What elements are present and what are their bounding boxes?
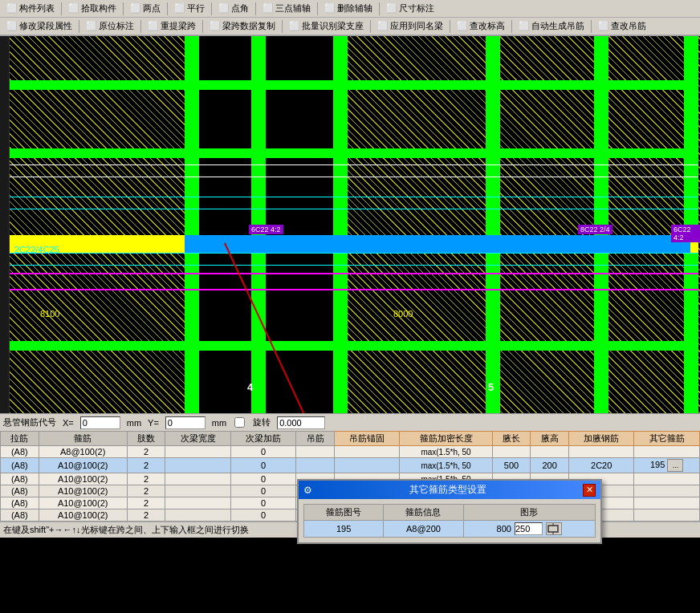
- cell-yichangdu-1[interactable]: [492, 446, 531, 458]
- cell-qita-4[interactable]: [634, 485, 700, 497]
- dialog-col-num: 箍筋图号: [304, 505, 384, 521]
- cad-dim-8000: 8000: [393, 309, 413, 319]
- cell-ciliang-jajin-4[interactable]: 0: [230, 485, 295, 497]
- cell-gujin-2[interactable]: A10@100(2): [39, 458, 127, 473]
- status-bar: 悬管钢筋代号 X= mm Y= mm 旋转: [0, 413, 700, 431]
- sep7: [379, 2, 380, 15]
- cell-qita-1[interactable]: [634, 446, 700, 458]
- toolbar-btn-pick-component[interactable]: ⬜ 拾取构件: [65, 2, 120, 15]
- toolbar-btn-delete-axis[interactable]: ⬜ 删除辅轴: [321, 2, 376, 15]
- batch-icon: ⬜: [289, 21, 300, 31]
- original-mark-icon: ⬜: [86, 21, 97, 31]
- two-points-icon: ⬜: [130, 3, 141, 14]
- graph-value-800: 800: [497, 524, 511, 534]
- cyan-line-4: [10, 265, 698, 266]
- cell-ciliang-width-1[interactable]: [165, 446, 230, 458]
- toolbar-btn-parallel[interactable]: ⬜ 平行: [171, 2, 208, 15]
- cell-ciliang-jajin-5[interactable]: 0: [230, 497, 295, 509]
- cell-gujin-1[interactable]: A8@100(2): [39, 446, 127, 458]
- sep10: [202, 20, 203, 33]
- y-input[interactable]: [165, 416, 206, 429]
- cell-ciliang-width-4[interactable]: [165, 485, 230, 497]
- cad-drawing-area[interactable]: 6C22 4:2 8C22 2/4 6C22 4:2 2C22/4C25 810…: [0, 36, 700, 413]
- toolbar-btn-check-hanger[interactable]: ⬜ 查改吊筋: [595, 19, 649, 33]
- dialog-cell-num-1[interactable]: 195: [304, 521, 384, 538]
- green-col-3: [333, 36, 348, 413]
- cell-lalian-4[interactable]: (A8): [1, 485, 39, 497]
- data-table-area: 拉筋 箍筋 肢数 次梁宽度 次梁加筋 吊筋 吊筋锚固 箍筋加密长度 腋长 腋高 …: [0, 431, 700, 522]
- green-beam-top-1: [10, 80, 698, 90]
- component-list-icon: ⬜: [6, 3, 18, 14]
- cell-ciliang-width-5[interactable]: [165, 497, 230, 509]
- cell-maogou-2[interactable]: [334, 458, 399, 473]
- cell-ciliang-jajin-6[interactable]: 0: [230, 509, 295, 522]
- toolbar-btn-re-extract-span[interactable]: ⬜ 重提梁跨: [144, 19, 199, 33]
- cell-qita-3[interactable]: [634, 473, 700, 485]
- cell-ciliang-width-2[interactable]: [165, 458, 230, 473]
- table-row[interactable]: (A8) A10@100(2) 2 0 max(1.5*h, 50 500 20…: [1, 458, 700, 473]
- cell-diajin-1[interactable]: [296, 446, 335, 458]
- cell-ciliang-jajin-2[interactable]: 0: [230, 458, 295, 473]
- cell-gujin-5[interactable]: A10@100(2): [39, 497, 127, 509]
- cell-ciliang-width-3[interactable]: [165, 473, 230, 485]
- toolbar-btn-auto-hanger[interactable]: ⬜ 自动生成吊筋: [515, 19, 588, 33]
- graph-input-250[interactable]: [515, 522, 543, 535]
- x-input[interactable]: [80, 416, 120, 429]
- toolbar-btn-component-list[interactable]: ⬜ 构件列表: [3, 2, 58, 15]
- cell-qita-6[interactable]: [634, 509, 700, 522]
- toolbar-btn-modify-span[interactable]: ⬜ 修改梁段属性: [3, 19, 75, 33]
- toolbar-btn-point-angle[interactable]: ⬜ 点角: [215, 2, 252, 15]
- cell-ciliang-width-6[interactable]: [165, 509, 230, 522]
- cell-gujin-4[interactable]: A10@100(2): [39, 485, 127, 497]
- col-zhishu: 肢数: [127, 432, 165, 446]
- cell-zhishu-3[interactable]: 2: [127, 473, 165, 485]
- cell-zhishu-4[interactable]: 2: [127, 485, 165, 497]
- toolbar-btn-batch-identify[interactable]: ⬜ 批量识别梁支座: [286, 19, 367, 33]
- cell-gujin-3[interactable]: A10@100(2): [39, 473, 127, 485]
- toolbar-btn-apply-same-name[interactable]: ⬜ 应用到同名梁: [374, 19, 446, 33]
- cell-yichangdu-2[interactable]: 500: [492, 458, 531, 473]
- elevation-icon: ⬜: [457, 21, 468, 31]
- cell-jami-1[interactable]: max(1.5*h, 50: [400, 446, 492, 458]
- ellipsis-btn-2[interactable]: ...: [667, 459, 683, 472]
- cell-yigao-1[interactable]: [531, 446, 569, 458]
- cell-maogou-1[interactable]: [334, 446, 399, 458]
- table-row[interactable]: (A8) A8@100(2) 2 0 max(1.5*h, 50: [1, 446, 700, 458]
- graph-draw-btn[interactable]: [546, 522, 562, 535]
- cell-lalian-1[interactable]: (A8): [1, 446, 39, 458]
- cell-lalian-3[interactable]: (A8): [1, 473, 39, 485]
- cell-jiayue-1[interactable]: [568, 446, 633, 458]
- cell-zhishu-2[interactable]: 2: [127, 458, 165, 473]
- cell-qita-5[interactable]: [634, 497, 700, 509]
- toolbar-btn-check-elevation[interactable]: ⬜ 查改标高: [454, 19, 508, 33]
- cell-lalian-2[interactable]: (A8): [1, 458, 39, 473]
- dialog-table: 箍筋图号 箍筋信息 图形 195 A8@200 800: [303, 504, 596, 538]
- cell-diajin-2[interactable]: [296, 458, 335, 473]
- toolbar-btn-copy-data[interactable]: ⬜ 梁跨数据复制: [206, 19, 279, 33]
- rotate-input[interactable]: [277, 416, 325, 429]
- col-ciliang-jajin: 次梁加筋: [230, 432, 295, 446]
- cell-qita-2[interactable]: 195 ...: [634, 458, 700, 473]
- cell-zhishu-1[interactable]: 2: [127, 446, 165, 458]
- cell-zhishu-5[interactable]: 2: [127, 497, 165, 509]
- dialog-row-1[interactable]: 195 A8@200 800: [304, 521, 596, 538]
- cell-gujin-6[interactable]: A10@100(2): [39, 509, 127, 522]
- cell-ciliang-jajin-1[interactable]: 0: [230, 446, 295, 458]
- toolbar-btn-three-point-axis[interactable]: ⬜ 三点辅轴: [259, 2, 314, 15]
- toolbar-btn-two-points[interactable]: ⬜ 两点: [127, 2, 164, 15]
- cell-lalian-6[interactable]: (A8): [1, 509, 39, 522]
- rotate-checkbox[interactable]: [234, 417, 245, 428]
- cell-yigao-2[interactable]: 200: [531, 458, 569, 473]
- dialog-cell-info-1[interactable]: A8@200: [384, 521, 463, 538]
- cell-lalian-5[interactable]: (A8): [1, 497, 39, 509]
- cell-jami-2[interactable]: max(1.5*h, 50: [400, 458, 492, 473]
- cyan-line-3: [10, 253, 698, 254]
- toolbar-btn-dimension[interactable]: ⬜ 尺寸标注: [383, 2, 438, 15]
- cell-zhishu-6[interactable]: 2: [127, 509, 165, 522]
- cyan-line-1: [10, 197, 698, 197]
- cell-ciliang-jajin-3[interactable]: 0: [230, 473, 295, 485]
- toolbar-btn-original-mark[interactable]: ⬜ 原位标注: [83, 19, 137, 33]
- dialog-close-btn[interactable]: ✕: [583, 484, 596, 497]
- dialog-header-row: 箍筋图号 箍筋信息 图形: [304, 505, 596, 521]
- cell-jiayue-2[interactable]: 2C20: [568, 458, 633, 473]
